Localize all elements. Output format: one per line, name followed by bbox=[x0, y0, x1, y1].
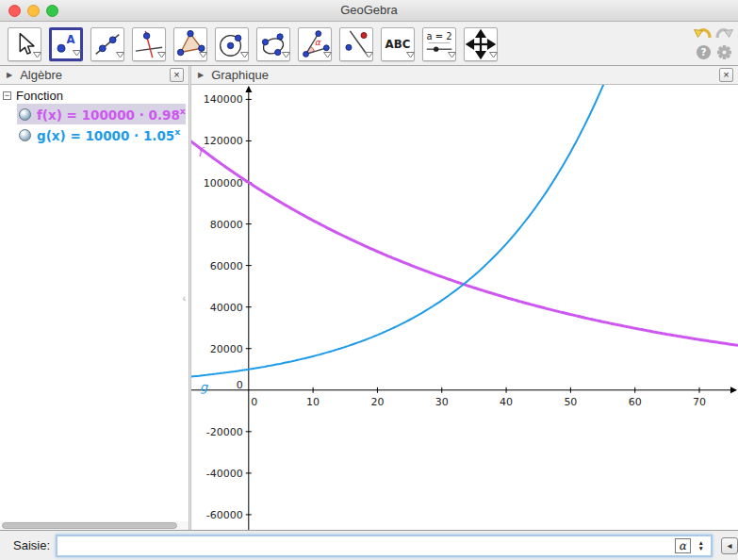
command-input-wrap: α ▲ ▼ bbox=[56, 535, 713, 557]
x-tick-label: 50 bbox=[564, 396, 577, 408]
redo-icon bbox=[714, 25, 733, 41]
function-group-label: Fonction bbox=[16, 89, 63, 103]
graphics-disclosure-icon[interactable]: ▶ bbox=[198, 71, 204, 79]
tool-dropdown-icon[interactable] bbox=[448, 45, 456, 62]
y-tick-label: 60000 bbox=[210, 260, 243, 272]
svg-text:α: α bbox=[315, 37, 321, 47]
algebra-title: Algèbre bbox=[20, 68, 62, 82]
algebra-panel: ▶ Algèbre × − Fonction f(x) = 100000 · 0… bbox=[0, 66, 189, 530]
y-tick-label: -40000 bbox=[206, 468, 243, 480]
input-history-stepper[interactable]: ▲ ▼ bbox=[698, 540, 704, 551]
titlebar: GeoGebra bbox=[0, 0, 738, 22]
gear-icon bbox=[716, 44, 732, 60]
command-input[interactable] bbox=[57, 537, 675, 554]
algebra-disclosure-icon[interactable]: ▶ bbox=[7, 71, 12, 79]
y-tick-label: -60000 bbox=[206, 509, 243, 521]
tool-strip: A bbox=[8, 27, 498, 61]
x-tick-label: 10 bbox=[306, 396, 320, 408]
y-tick-label: 140000 bbox=[204, 93, 243, 106]
tool-dropdown-icon[interactable] bbox=[489, 45, 498, 62]
visibility-marble-icon[interactable] bbox=[19, 108, 31, 121]
input-help-toggle-button[interactable]: ◂ bbox=[721, 537, 738, 554]
tool-button-angle[interactable]: α bbox=[298, 27, 332, 61]
geogebra-window: GeoGebra A bbox=[0, 0, 738, 560]
tool-button-move[interactable] bbox=[8, 27, 41, 61]
undo-button[interactable] bbox=[694, 25, 713, 45]
tool-button-slider[interactable]: a = 2 bbox=[422, 27, 456, 61]
algebra-item-g[interactable]: g(x) = 10000 · 1.05x bbox=[17, 124, 186, 145]
function-group-row: − Fonction bbox=[0, 85, 189, 104]
window-title: GeoGebra bbox=[0, 0, 738, 21]
alpha-symbols-button[interactable]: α bbox=[675, 538, 691, 553]
help-button[interactable]: ? bbox=[696, 44, 712, 64]
curve-g[interactable] bbox=[191, 85, 644, 376]
redo-button[interactable] bbox=[714, 25, 733, 45]
tool-button-reflection[interactable] bbox=[339, 27, 373, 61]
toolbar-right-actions: ? bbox=[694, 25, 733, 62]
y-tick-label: 120000 bbox=[204, 135, 243, 147]
y-tick-label: 20000 bbox=[210, 343, 243, 355]
graphics-header: ▶ Graphique × bbox=[191, 66, 738, 85]
tool-button-line[interactable] bbox=[90, 27, 124, 61]
help-icon: ? bbox=[696, 44, 712, 60]
input-label: Saisie: bbox=[13, 538, 50, 552]
stepper-down-icon[interactable]: ▼ bbox=[698, 546, 704, 552]
graphics-title: Graphique bbox=[211, 68, 269, 82]
tool-dropdown-icon[interactable] bbox=[365, 45, 373, 62]
tool-dropdown-icon[interactable] bbox=[73, 43, 81, 60]
undo-icon bbox=[694, 25, 713, 41]
tool-button-circle[interactable] bbox=[215, 27, 249, 61]
y-tick-label: 100000 bbox=[204, 177, 243, 189]
tool-button-text[interactable]: ABC bbox=[381, 27, 415, 61]
algebra-close-button[interactable]: × bbox=[170, 68, 184, 82]
tool-dropdown-icon[interactable] bbox=[33, 45, 41, 62]
algebra-tree: − Fonction f(x) = 100000 · 0.98xg(x) = 1… bbox=[0, 85, 189, 521]
algebra-header: ▶ Algèbre × bbox=[0, 66, 189, 85]
splitter-collapse-icon[interactable]: ‹ bbox=[180, 292, 189, 305]
curve-f[interactable] bbox=[191, 141, 738, 345]
x-tick-label: 60 bbox=[629, 396, 642, 408]
y-axis-arrow-icon bbox=[245, 86, 252, 92]
visibility-marble-icon[interactable] bbox=[19, 129, 31, 141]
toolbar: A bbox=[0, 22, 738, 66]
algebra-horizontal-scrollbar[interactable] bbox=[0, 521, 189, 530]
scrollbar-thumb[interactable] bbox=[2, 522, 177, 529]
x-tick-label: 20 bbox=[370, 396, 384, 408]
settings-button[interactable] bbox=[716, 44, 732, 64]
input-bar: Saisie: α ▲ ▼ ◂ bbox=[0, 530, 738, 560]
tool-button-point[interactable]: A bbox=[49, 27, 83, 61]
collapse-toggle-icon[interactable]: − bbox=[3, 91, 11, 100]
svg-text:?: ? bbox=[700, 46, 706, 58]
function-definition: f(x) = 100000 · 0.98x bbox=[37, 106, 186, 123]
tool-button-move-graphics-view[interactable] bbox=[464, 27, 498, 61]
function-definition: g(x) = 10000 · 1.05x bbox=[37, 126, 180, 143]
tool-dropdown-icon[interactable] bbox=[116, 45, 124, 62]
x-tick-label: 30 bbox=[435, 396, 449, 408]
tool-dropdown-icon[interactable] bbox=[199, 45, 207, 62]
y-tick-label: -20000 bbox=[206, 426, 243, 438]
tool-dropdown-icon[interactable] bbox=[406, 45, 415, 62]
tool-dropdown-icon[interactable] bbox=[240, 45, 249, 62]
y-tick-label: 40000 bbox=[210, 302, 243, 314]
graph-canvas[interactable]: 010203040506070-60000-40000-200000200004… bbox=[191, 85, 738, 530]
x-axis-arrow-icon bbox=[730, 387, 737, 393]
x-tick-label: 70 bbox=[693, 396, 706, 408]
tool-button-polygon[interactable] bbox=[173, 27, 207, 61]
curve-label-g[interactable]: g bbox=[200, 380, 208, 394]
svg-text:a = 2: a = 2 bbox=[427, 31, 452, 41]
tool-button-perpendicular-line[interactable] bbox=[132, 27, 166, 61]
tool-dropdown-icon[interactable] bbox=[282, 45, 290, 62]
y-tick-label: 80000 bbox=[210, 219, 243, 231]
y-tick-label: 0 bbox=[237, 379, 243, 391]
graphics-panel: ▶ Graphique × 010203040506070-60000-4000… bbox=[191, 66, 738, 530]
x-tick-label: 40 bbox=[500, 396, 513, 408]
tool-dropdown-icon[interactable] bbox=[157, 45, 166, 62]
tool-button-ellipse[interactable] bbox=[256, 27, 290, 61]
graphics-close-button[interactable]: × bbox=[719, 68, 733, 82]
algebra-item-f[interactable]: f(x) = 100000 · 0.98x bbox=[17, 104, 186, 124]
x-tick-label: 0 bbox=[251, 396, 257, 408]
tool-dropdown-icon[interactable] bbox=[323, 45, 332, 62]
